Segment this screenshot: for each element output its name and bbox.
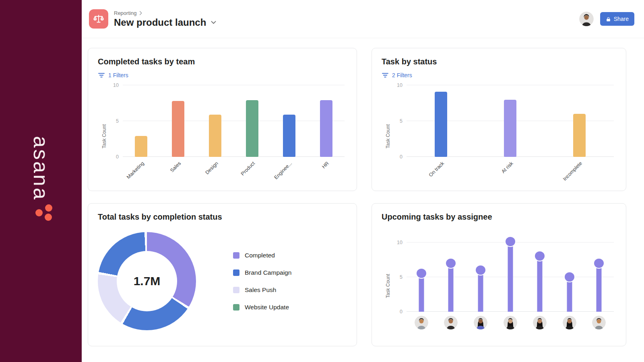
x-tick-label: Sales — [169, 160, 182, 173]
y-tick-label: 0 — [400, 154, 402, 160]
lollipop-head[interactable] — [534, 251, 545, 261]
lollipop-head[interactable] — [475, 265, 486, 276]
assignee-avatar[interactable] — [415, 316, 428, 329]
avatar-photo — [563, 316, 576, 329]
y-axis-title: Task Count — [101, 124, 107, 148]
assignee-avatar[interactable] — [444, 316, 458, 329]
x-tick-label: HR — [321, 160, 330, 170]
bar-sales[interactable] — [172, 101, 184, 157]
assignee-avatar[interactable] — [563, 316, 576, 329]
x-tick-label: At risk — [500, 160, 514, 174]
assignee-avatar[interactable] — [533, 316, 547, 329]
legend-item: Brand Campaign — [233, 269, 291, 276]
lollipop-stem[interactable] — [567, 280, 572, 312]
x-tick-label: Product — [240, 160, 256, 177]
logo-dot — [45, 214, 52, 221]
chevron-down-icon — [210, 19, 217, 26]
filter-icon — [382, 72, 389, 78]
card-completed-tasks-by-team: Completed tasks by team 1 Filters Task C… — [88, 48, 357, 191]
assignee-avatar[interactable] — [474, 316, 487, 329]
page-title: New product launch — [114, 17, 206, 28]
bar-marketing[interactable] — [135, 136, 147, 157]
filters-label: 1 Filters — [108, 72, 128, 78]
bar-incomplete[interactable] — [573, 114, 586, 157]
card-task-by-status: Task by status 2 Filters Task Count 0 5 … — [372, 48, 626, 191]
lock-icon — [606, 16, 611, 22]
brand-sidebar: asana — [0, 0, 82, 362]
legend-item: Sales Push — [233, 286, 291, 294]
lollipop-stem[interactable] — [537, 259, 543, 312]
breadcrumb[interactable]: Reporting — [114, 10, 217, 16]
lollipop-chart: Task Count 0 5 10 — [382, 243, 616, 329]
legend-label: Brand Campaign — [245, 269, 291, 276]
bar-product[interactable] — [246, 100, 258, 157]
lollipop-head[interactable] — [505, 236, 516, 247]
plot-area: 0 5 10 — [407, 243, 614, 312]
lollipop-head[interactable] — [593, 258, 605, 269]
bar-enginee-[interactable] — [283, 115, 295, 157]
legend-swatch — [233, 304, 239, 311]
bar-at-risk[interactable] — [504, 100, 516, 157]
filters-button[interactable]: 2 Filters — [382, 72, 412, 78]
lollipop-stem[interactable] — [419, 276, 424, 312]
y-tick-label: 0 — [116, 154, 119, 160]
asana-wordmark: asana — [29, 136, 53, 201]
y-tick-label: 10 — [397, 240, 402, 245]
lollipop-head[interactable] — [416, 268, 427, 279]
avatar-photo — [592, 316, 606, 329]
lollipop-head[interactable] — [445, 258, 456, 269]
assignee-avatar[interactable] — [504, 316, 517, 329]
filters-label: 2 Filters — [392, 72, 412, 78]
breadcrumb-label[interactable]: Reporting — [114, 10, 136, 16]
x-tick-label: Design — [204, 160, 219, 175]
bar-design[interactable] — [209, 115, 221, 157]
y-tick-label: 10 — [397, 82, 402, 88]
lollipop-head[interactable] — [564, 272, 575, 282]
legend-swatch — [233, 269, 239, 276]
card-title: Upcoming tasks by assignee — [382, 212, 616, 222]
top-header: Reporting New product launch Share — [82, 0, 644, 38]
project-title-dropdown[interactable]: New product launch — [114, 17, 217, 28]
lollipop-stem[interactable] — [448, 266, 454, 312]
legend-item: Website Update — [233, 304, 291, 311]
legend-label: Completed — [245, 252, 275, 259]
card-total-tasks-by-completion-status: Total tasks by completion status 1.7M Co… — [88, 203, 357, 346]
filters-button[interactable]: 1 Filters — [98, 72, 128, 78]
share-button[interactable]: Share — [600, 12, 634, 26]
plot-area: 0 5 10 — [407, 85, 614, 157]
plot-area: 0 5 10 — [123, 85, 345, 157]
y-tick-label: 5 — [400, 274, 402, 280]
lollipop-stem[interactable] — [508, 244, 513, 312]
bar-hr[interactable] — [320, 100, 332, 157]
donut-chart-area: 1.7M Completed Brand Campaign Sales Push… — [98, 232, 347, 330]
assignee-avatar[interactable] — [592, 316, 606, 329]
x-tick-label: On track — [427, 160, 445, 178]
user-avatar[interactable] — [579, 12, 594, 26]
y-tick-label: 0 — [400, 309, 402, 315]
legend-swatch — [233, 287, 239, 293]
lollipop-stem[interactable] — [478, 273, 483, 312]
avatar-photo — [579, 12, 594, 26]
logo-dot — [45, 204, 52, 212]
chart-legend: Completed Brand Campaign Sales Push Webs… — [233, 252, 291, 311]
dashboard-grid: Completed tasks by team 1 Filters Task C… — [82, 38, 644, 346]
x-tick-label: Enginee... — [273, 160, 293, 181]
card-title: Task by status — [382, 57, 616, 66]
asana-logo-dots-icon — [35, 204, 54, 222]
donut-ring[interactable]: 1.7M — [98, 232, 196, 330]
legend-item: Completed — [233, 252, 291, 259]
logo-dot — [35, 209, 43, 216]
y-tick-label: 5 — [116, 118, 119, 124]
bar-on-track[interactable] — [435, 92, 447, 157]
donut-center-value: 1.7M — [134, 274, 161, 288]
x-tick-label: Incomplete — [562, 160, 583, 182]
share-button-label: Share — [614, 16, 629, 22]
y-tick-label: 10 — [113, 82, 119, 88]
avatar-photo — [415, 316, 428, 329]
y-axis-title: Task Count — [385, 124, 391, 148]
y-axis-title: Task Count — [385, 274, 391, 298]
card-title: Total tasks by completion status — [98, 212, 347, 222]
lollipop-stem[interactable] — [597, 266, 602, 312]
avatar-photo — [474, 316, 487, 329]
avatar-photo — [533, 316, 547, 329]
